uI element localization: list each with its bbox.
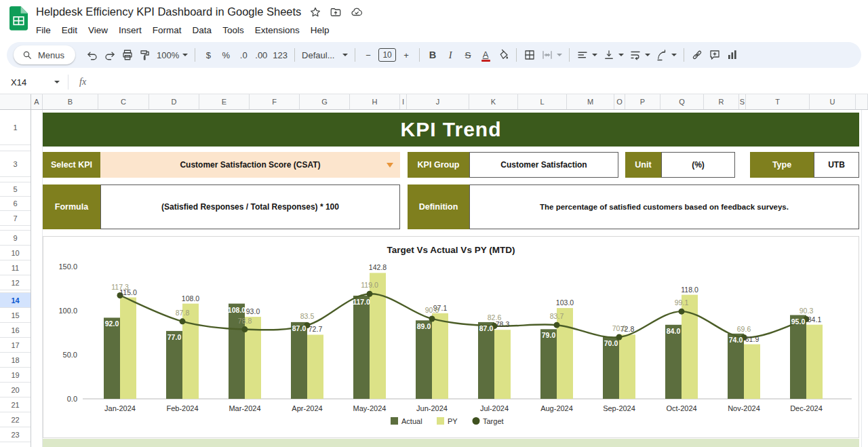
select-all-corner[interactable] bbox=[0, 94, 31, 109]
row-header-19[interactable]: 19 bbox=[0, 368, 31, 383]
bold-button[interactable]: B bbox=[424, 46, 441, 64]
row-header-8[interactable] bbox=[0, 226, 31, 231]
sheet-area[interactable]: KPI Trend Select KPI Customer Satisfacti… bbox=[31, 110, 868, 447]
column-header-O[interactable]: O bbox=[614, 94, 625, 109]
borders-button[interactable] bbox=[521, 46, 538, 64]
column-header-P[interactable]: P bbox=[625, 94, 660, 109]
column-header-M[interactable]: M bbox=[567, 94, 614, 109]
column-header-Q[interactable]: Q bbox=[660, 94, 704, 109]
column-header-I[interactable]: I bbox=[400, 94, 407, 109]
insert-comment-button[interactable] bbox=[706, 46, 724, 64]
menus-search[interactable]: Menus bbox=[14, 45, 75, 64]
row-header-21[interactable]: 21 bbox=[0, 397, 31, 412]
fill-color-button[interactable] bbox=[494, 46, 512, 64]
menu-help[interactable]: Help bbox=[305, 23, 335, 37]
insert-chart-button[interactable] bbox=[724, 46, 741, 64]
x-category-label: Nov-2024 bbox=[728, 404, 760, 412]
column-header-E[interactable]: E bbox=[199, 94, 250, 109]
column-header-K[interactable]: K bbox=[469, 94, 518, 109]
menu-insert[interactable]: Insert bbox=[113, 23, 147, 37]
document-title[interactable]: Helpdesk Efficiency KPI Dashboard in Goo… bbox=[36, 5, 301, 18]
row-header-15[interactable]: 15 bbox=[0, 308, 31, 323]
row-header-22[interactable]: 22 bbox=[0, 412, 31, 427]
row-header-18[interactable]: 18 bbox=[0, 353, 31, 368]
italic-button[interactable]: I bbox=[441, 46, 459, 64]
column-header-G[interactable]: G bbox=[300, 94, 350, 109]
more-formats-button[interactable]: 123 bbox=[270, 46, 290, 64]
row-header-1[interactable]: 1 bbox=[0, 110, 31, 145]
kpi-selector-dropdown[interactable]: Customer Satisfaction Score (CSAT) bbox=[100, 152, 400, 178]
menu-edit[interactable]: Edit bbox=[56, 23, 83, 37]
menu-view[interactable]: View bbox=[83, 23, 113, 37]
text-rotation-button[interactable] bbox=[653, 46, 679, 64]
row-header-7[interactable]: 7 bbox=[0, 211, 31, 226]
text-color-button[interactable]: A bbox=[477, 46, 494, 64]
column-header-H[interactable]: H bbox=[350, 94, 400, 109]
column-header-C[interactable]: C bbox=[98, 94, 149, 109]
decrease-font-size-button[interactable]: − bbox=[359, 46, 377, 64]
row-header-9[interactable]: 9 bbox=[0, 231, 31, 246]
row-header-24[interactable]: 24 bbox=[0, 442, 31, 447]
bar-actual bbox=[104, 317, 120, 399]
row-header-4[interactable] bbox=[0, 177, 31, 182]
sheets-logo-icon[interactable] bbox=[9, 6, 28, 33]
row-header-3[interactable]: 3 bbox=[0, 151, 31, 177]
column-header-B[interactable]: B bbox=[43, 94, 98, 109]
merge-cells-button[interactable] bbox=[538, 46, 565, 64]
menubar: FileEditViewInsertFormatDataToolsExtensi… bbox=[31, 21, 363, 39]
column-header-D[interactable]: D bbox=[149, 94, 199, 109]
column-header-J[interactable]: J bbox=[407, 94, 469, 109]
menu-tools[interactable]: Tools bbox=[217, 23, 250, 37]
text-wrap-button[interactable] bbox=[627, 46, 653, 64]
row-header-14[interactable]: 14 bbox=[0, 293, 31, 308]
font-selector[interactable]: Defaul... bbox=[299, 46, 351, 64]
column-header-T[interactable]: T bbox=[746, 94, 810, 109]
format-percent-button[interactable]: % bbox=[217, 46, 235, 64]
row-header-23[interactable]: 23 bbox=[0, 427, 31, 442]
kpi-selector-value: Customer Satisfaction Score (CSAT) bbox=[180, 160, 320, 170]
column-header-F[interactable]: F bbox=[250, 94, 300, 109]
increase-font-size-button[interactable]: + bbox=[397, 46, 415, 64]
insert-link-button[interactable] bbox=[688, 46, 706, 64]
menu-extensions[interactable]: Extensions bbox=[250, 23, 305, 37]
increase-decimal-button[interactable]: .00 bbox=[252, 46, 270, 64]
font-size-input[interactable]: 10 bbox=[378, 48, 396, 62]
column-header-U[interactable]: U bbox=[810, 94, 856, 109]
row-header-6[interactable]: 6 bbox=[0, 197, 31, 211]
row-header-16[interactable]: 16 bbox=[0, 323, 31, 338]
star-icon[interactable] bbox=[309, 6, 321, 18]
print-icon bbox=[121, 49, 134, 61]
column-header-S[interactable]: S bbox=[739, 94, 746, 109]
column-header-partial[interactable] bbox=[856, 94, 868, 109]
column-header-L[interactable]: L bbox=[518, 94, 567, 109]
row-header-12[interactable]: 12 bbox=[0, 275, 31, 290]
column-header-R[interactable]: R bbox=[704, 94, 739, 109]
row-header-2[interactable] bbox=[0, 145, 31, 151]
undo-button[interactable] bbox=[83, 46, 101, 64]
paint-format-button[interactable] bbox=[136, 46, 154, 64]
horizontal-align-button[interactable] bbox=[574, 46, 600, 64]
move-to-folder-icon[interactable] bbox=[330, 6, 342, 18]
vertical-align-button[interactable] bbox=[600, 46, 627, 64]
print-button[interactable] bbox=[119, 46, 136, 64]
menu-format[interactable]: Format bbox=[147, 23, 187, 37]
x-category-label: Feb-2024 bbox=[166, 404, 198, 412]
name-box[interactable]: X14 bbox=[0, 77, 68, 88]
menu-file[interactable]: File bbox=[31, 23, 56, 37]
column-header-A[interactable]: A bbox=[31, 94, 43, 109]
menus-label: Menus bbox=[38, 50, 64, 60]
row-header-11[interactable]: 11 bbox=[0, 260, 31, 275]
format-currency-button[interactable]: $ bbox=[199, 46, 217, 64]
menu-data[interactable]: Data bbox=[187, 23, 218, 37]
x-category-label: Mar-2024 bbox=[229, 404, 260, 412]
cloud-saved-icon[interactable] bbox=[350, 6, 363, 18]
row-header-5[interactable]: 5 bbox=[0, 182, 31, 197]
row-header-20[interactable]: 20 bbox=[0, 383, 31, 397]
kpi-chart[interactable]: Target Vs Actual Vs PY (MTD)0.050.0100.0… bbox=[43, 236, 859, 438]
decrease-decimal-button[interactable]: .0 bbox=[235, 46, 252, 64]
redo-button[interactable] bbox=[101, 46, 119, 64]
row-header-17[interactable]: 17 bbox=[0, 338, 31, 353]
strikethrough-button[interactable]: S bbox=[459, 46, 477, 64]
zoom-control[interactable]: 100% bbox=[154, 46, 191, 64]
row-header-10[interactable]: 10 bbox=[0, 246, 31, 260]
